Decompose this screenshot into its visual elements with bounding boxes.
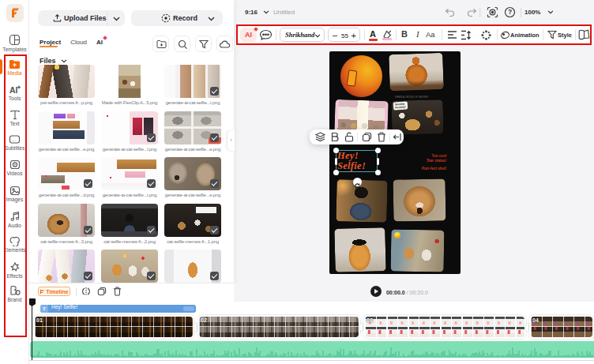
- svg-text:?: ?: [508, 8, 512, 16]
